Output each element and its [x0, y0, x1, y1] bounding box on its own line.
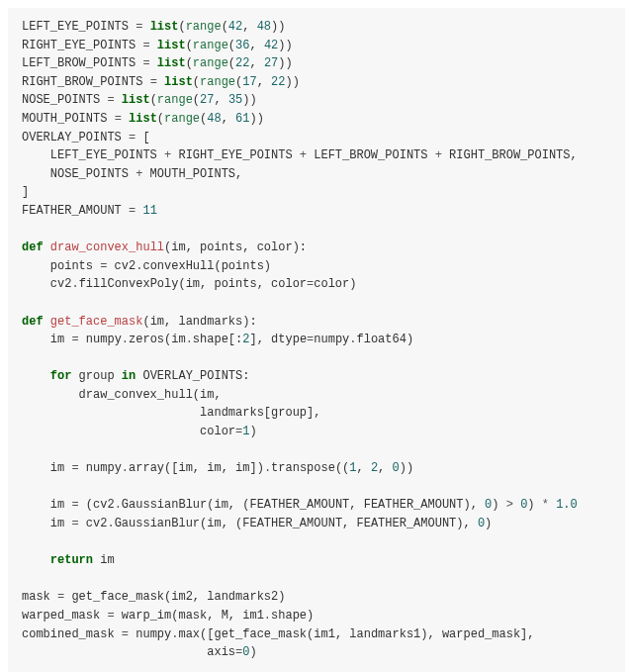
code-line: RIGHT_EYE_POINTS = list(range(36, 42)) — [22, 39, 293, 52]
code-line: im = (cv2.GaussianBlur(im, (FEATHER_AMOU… — [22, 498, 578, 512]
code-line: ] — [22, 185, 29, 199]
code-line: LEFT_BROW_POINTS = list(range(22, 27)) — [22, 56, 293, 70]
code-line: OVERLAY_POINTS = [ — [22, 131, 150, 144]
code-line: im = cv2.GaussianBlur(im, (FEATHER_AMOUN… — [22, 517, 492, 530]
code-line: draw_convex_hull(im, — [22, 388, 222, 402]
code-line: im = numpy.array([im, im, im]).transpose… — [22, 461, 413, 475]
code-line: mask = get_face_mask(im2, landmarks2) — [22, 590, 285, 604]
code-line: LEFT_EYE_POINTS = list(range(42, 48)) — [22, 20, 285, 34]
code-line: color=1) — [22, 425, 257, 438]
code-line: points = cv2.convexHull(points) — [22, 259, 271, 273]
page-container: LEFT_EYE_POINTS = list(range(42, 48)) RI… — [0, 0, 633, 672]
code-line: NOSE_POINTS + MOUTH_POINTS, — [22, 167, 242, 181]
code-line: RIGHT_BROW_POINTS = list(range(17, 22)) — [22, 75, 300, 89]
code-line: def get_face_mask(im, landmarks): — [22, 315, 257, 329]
code-line: return im — [22, 553, 115, 567]
code-line: for group in OVERLAY_POINTS: — [22, 369, 249, 383]
code-line: cv2.fillConvexPoly(im, points, color=col… — [22, 277, 356, 291]
code-block: LEFT_EYE_POINTS = list(range(42, 48)) RI… — [8, 8, 625, 672]
code-line: im = numpy.zeros(im.shape[:2], dtype=num… — [22, 333, 413, 346]
code-line: LEFT_EYE_POINTS + RIGHT_EYE_POINTS + LEF… — [22, 148, 578, 162]
code-line: NOSE_POINTS = list(range(27, 35)) — [22, 93, 257, 107]
code-line: landmarks[group], — [22, 406, 320, 420]
code-line: combined_mask = numpy.max([get_face_mask… — [22, 627, 535, 641]
code-line: def draw_convex_hull(im, points, color): — [22, 240, 307, 254]
code-line: axis=0) — [22, 645, 257, 659]
code-line: warped_mask = warp_im(mask, M, im1.shape… — [22, 609, 314, 623]
code-line: MOUTH_POINTS = list(range(48, 61)) — [22, 112, 264, 126]
code-line: FEATHER_AMOUNT = 11 — [22, 204, 157, 218]
